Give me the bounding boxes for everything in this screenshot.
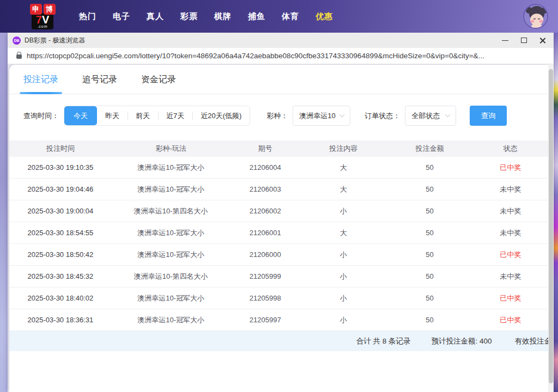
logo-tiles: 申 博 bbox=[30, 4, 56, 15]
nav-item-6[interactable]: 体育 bbox=[274, 11, 307, 22]
url-bar[interactable]: https://ctopcp02pcali.uengi5e.com/lotter… bbox=[8, 48, 554, 64]
cell-content: 小 bbox=[300, 315, 386, 325]
column-header-3: 投注内容 bbox=[300, 144, 386, 154]
cell-issue: 21205998 bbox=[230, 294, 300, 302]
tab-1[interactable]: 追号记录 bbox=[82, 74, 117, 94]
nav-item-3[interactable]: 彩票 bbox=[172, 11, 206, 22]
cell-time: 2025-03-30 18:40:02 bbox=[9, 294, 112, 302]
site-logo[interactable]: 申 博 7 V .com bbox=[21, 4, 64, 29]
nav-item-0[interactable]: 热门 bbox=[71, 11, 105, 22]
cell-game: 澳洲幸运10-冠军大小 bbox=[112, 163, 231, 173]
cell-issue: 21205997 bbox=[230, 316, 300, 324]
scrollbar-thumb[interactable] bbox=[549, 69, 553, 383]
order-status-label: 订单状态： bbox=[365, 111, 400, 121]
cell-time: 2025-03-30 19:04:46 bbox=[9, 185, 112, 193]
summary-expected-amount: 预计投注金额: 400 bbox=[431, 336, 492, 346]
time-range-group: 今天昨天前天近7天近20天(低频) bbox=[64, 106, 250, 126]
cell-status: 已中奖 bbox=[473, 163, 548, 173]
chevron-down-icon bbox=[339, 112, 345, 118]
nav-item-7[interactable]: 优惠 bbox=[307, 11, 341, 22]
cell-status: 已中奖 bbox=[473, 315, 548, 325]
cell-status: 未中奖 bbox=[473, 228, 548, 238]
cell-content: 小 bbox=[300, 272, 386, 281]
logo-dotcom: .com bbox=[37, 24, 47, 28]
table-body: 2025-03-30 19:10:35澳洲幸运10-冠军大小21206004大5… bbox=[9, 157, 548, 331]
nav-item-4[interactable]: 棋牌 bbox=[206, 11, 240, 22]
cell-issue: 21206004 bbox=[230, 163, 300, 171]
cell-status: 未中奖 bbox=[473, 185, 548, 194]
summary-total: 合计 共 8 条记录 bbox=[356, 336, 411, 346]
column-header-0: 投注时间 bbox=[9, 144, 112, 154]
cell-content: 大 bbox=[300, 228, 386, 238]
tab-label: 资金记录 bbox=[141, 75, 176, 84]
cell-amount: 50 bbox=[386, 294, 472, 302]
tab-label: 追号记录 bbox=[82, 75, 117, 84]
table-row: 2025-03-30 19:04:46澳洲幸运10-冠军大小21206003大5… bbox=[9, 179, 548, 200]
vertical-scrollbar[interactable] bbox=[548, 64, 554, 392]
table-row: 2025-03-30 19:00:04澳洲幸运10-第四名大小21206002小… bbox=[9, 200, 548, 222]
cell-issue: 21206002 bbox=[230, 207, 300, 215]
user-avatar[interactable] bbox=[523, 4, 548, 29]
column-header-4: 投注金额 bbox=[386, 144, 472, 154]
cell-content: 小 bbox=[300, 206, 386, 216]
cell-amount: 50 bbox=[386, 272, 472, 280]
table-row: 2025-03-30 19:10:35澳洲幸运10-冠军大小21206004大5… bbox=[9, 157, 548, 179]
order-status-value: 全部状态 bbox=[411, 111, 440, 121]
page-content: 投注记录追号记录资金记录 查询时间： 今天昨天前天近7天近20天(低频) 彩种：… bbox=[8, 64, 554, 392]
tab-2[interactable]: 资金记录 bbox=[141, 74, 176, 94]
url-text: https://ctopcp02pcali.uengi5e.com/lotter… bbox=[27, 52, 484, 60]
nav-item-2[interactable]: 真人 bbox=[138, 11, 172, 22]
cell-content: 大 bbox=[300, 185, 386, 194]
cell-issue: 21206001 bbox=[230, 229, 300, 237]
cell-issue: 21205999 bbox=[230, 272, 300, 280]
cell-game: 澳洲幸运10-冠军大小 bbox=[112, 228, 231, 238]
cell-status: 未中奖 bbox=[473, 272, 548, 281]
column-header-2: 期号 bbox=[230, 144, 300, 154]
window-titlebar[interactable]: DB DB彩票 - 极速浏览器 bbox=[8, 33, 554, 48]
maximize-button[interactable] bbox=[514, 33, 533, 47]
db-app-icon: DB bbox=[13, 36, 21, 45]
order-status-select[interactable]: 全部状态 bbox=[405, 106, 456, 126]
lottery-filter-label: 彩种： bbox=[266, 111, 288, 121]
logo-char-bo: 博 bbox=[44, 4, 56, 15]
logo-7: 7 bbox=[36, 14, 42, 25]
table-header-row: 投注时间彩种-玩法期号投注内容投注金额状态 bbox=[9, 140, 548, 157]
background-page-edge bbox=[554, 33, 558, 392]
tab-label: 投注记录 bbox=[23, 75, 58, 84]
time-option-0[interactable]: 今天 bbox=[64, 106, 97, 125]
nav-item-1[interactable]: 电子 bbox=[105, 11, 138, 22]
close-button[interactable] bbox=[533, 33, 551, 47]
summary-valid-amount: 有效投注金 bbox=[515, 336, 549, 346]
cell-game: 澳洲幸运10-冠军大小 bbox=[112, 315, 231, 325]
time-option-3[interactable]: 近7天 bbox=[158, 106, 192, 125]
lottery-select[interactable]: 澳洲幸运10 bbox=[293, 106, 350, 126]
cell-content: 小 bbox=[300, 293, 386, 303]
table-row: 2025-03-30 18:40:02澳洲幸运10-冠军大小21205998小5… bbox=[9, 287, 548, 309]
column-header-1: 彩种-玩法 bbox=[112, 144, 231, 154]
time-option-2[interactable]: 前天 bbox=[128, 106, 158, 125]
minimize-button[interactable] bbox=[496, 33, 514, 47]
cell-content: 大 bbox=[300, 163, 386, 173]
nav-item-5[interactable]: 捕鱼 bbox=[240, 11, 274, 22]
cell-time: 2025-03-30 19:10:35 bbox=[9, 163, 112, 171]
cell-game: 澳洲幸运10-冠军大小 bbox=[112, 250, 231, 260]
time-option-4[interactable]: 近20天(低频) bbox=[192, 106, 250, 125]
window-controls bbox=[496, 33, 551, 47]
record-tabs: 投注记录追号记录资金记录 bbox=[9, 65, 548, 94]
time-option-1[interactable]: 昨天 bbox=[97, 106, 128, 125]
maximize-icon bbox=[521, 38, 527, 43]
cell-amount: 50 bbox=[386, 316, 472, 324]
browser-window: DB DB彩票 - 极速浏览器 https://ctopcp02pcali.ue… bbox=[8, 33, 554, 392]
table-row: 2025-03-30 18:54:55澳洲幸运10-冠军大小21206001大5… bbox=[9, 222, 548, 244]
window-title: DB彩票 - 极速浏览器 bbox=[25, 36, 85, 45]
column-header-5: 状态 bbox=[473, 144, 548, 154]
lock-icon bbox=[16, 54, 22, 59]
cell-status: 已中奖 bbox=[473, 293, 548, 303]
top-nav: 申 博 7 V .com 热门电子真人彩票棋牌捕鱼体育优惠 bbox=[0, 0, 558, 33]
query-button[interactable]: 查询 bbox=[470, 106, 507, 126]
cell-status: 已中奖 bbox=[473, 250, 548, 260]
tab-0[interactable]: 投注记录 bbox=[23, 74, 58, 94]
cell-time: 2025-03-30 18:54:55 bbox=[9, 229, 112, 237]
cell-amount: 50 bbox=[386, 250, 472, 259]
filter-bar: 查询时间： 今天昨天前天近7天近20天(低频) 彩种： 澳洲幸运10 订单状态：… bbox=[23, 106, 534, 126]
